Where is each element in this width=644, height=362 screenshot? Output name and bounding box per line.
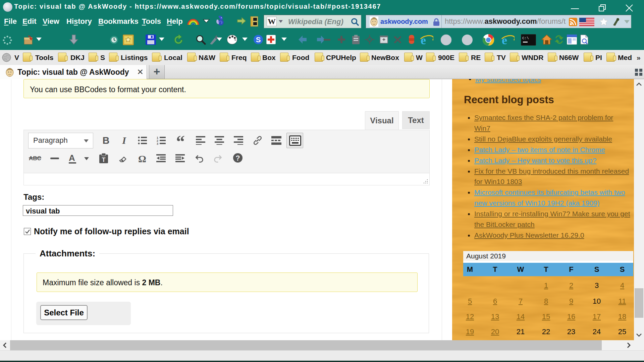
svg-text:3: 3 [157, 142, 158, 145]
svg-text:C:\: C:\ [522, 36, 529, 40]
svg-text:ABC: ABC [29, 155, 41, 162]
svg-text:?: ? [235, 154, 240, 162]
svg-text:“: “ [176, 135, 185, 145]
svg-text:S: S [256, 36, 261, 44]
svg-text:T: T [102, 157, 106, 163]
svg-text:Ω: Ω [138, 154, 146, 164]
svg-text:e: e [421, 34, 426, 46]
svg-text:e: e [502, 34, 507, 46]
svg-text:A: A [69, 154, 75, 163]
svg-text:B: B [103, 135, 110, 146]
svg-text:I: I [122, 135, 126, 146]
